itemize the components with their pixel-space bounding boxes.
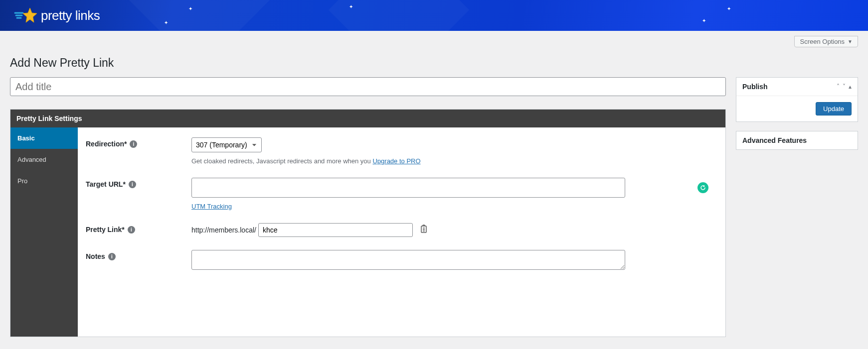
tab-basic[interactable]: Basic [10, 127, 78, 149]
settings-panel: Pretty Link Settings Basic Advanced Pro … [10, 109, 726, 337]
grammarly-icon[interactable] [697, 182, 708, 193]
clipboard-icon[interactable] [420, 225, 428, 235]
slug-input[interactable] [258, 223, 413, 237]
brand-text: pretty links [41, 8, 100, 23]
notes-label: Notes i [86, 250, 191, 260]
info-icon[interactable]: i [128, 226, 135, 233]
pretty-link-label: Pretty Link* i [86, 223, 191, 233]
collapse-icon[interactable]: ▴ [849, 83, 852, 90]
info-icon[interactable]: i [129, 181, 136, 188]
target-url-input[interactable] [191, 178, 625, 198]
settings-tabs: Basic Advanced Pro [10, 127, 78, 337]
utm-tracking-link[interactable]: UTM Tracking [191, 203, 232, 210]
brand-logo: pretty links [14, 7, 100, 24]
advanced-features-box: Advanced Features [736, 131, 858, 150]
advanced-features-title: Advanced Features [742, 136, 807, 144]
move-up-icon[interactable]: ˄ [837, 83, 840, 90]
screen-options-toggle[interactable]: Screen Options ▼ [794, 36, 858, 47]
page-title: Add New Pretty Link [10, 56, 858, 70]
title-input[interactable] [10, 77, 726, 96]
info-icon[interactable]: i [130, 140, 137, 148]
tab-pro[interactable]: Pro [10, 170, 78, 192]
redirection-label: Redirection* i [86, 137, 191, 148]
star-wing-icon [14, 7, 38, 24]
update-button[interactable]: Update [816, 102, 852, 116]
chevron-down-icon: ▼ [848, 39, 853, 44]
move-down-icon[interactable]: ˅ [843, 83, 846, 90]
redirection-helper: Get cloaked redirects, Javascript redire… [191, 157, 717, 165]
target-url-label: Target URL* i [86, 178, 191, 188]
redirection-select[interactable]: 307 (Temporary) [191, 137, 262, 152]
tab-advanced[interactable]: Advanced [10, 149, 78, 170]
publish-title: Publish [742, 83, 768, 91]
settings-panel-header: Pretty Link Settings [10, 110, 725, 127]
base-url-text: http://members.local/ [191, 226, 256, 234]
upgrade-pro-link[interactable]: Upgrade to PRO [372, 157, 420, 165]
notes-textarea[interactable] [191, 250, 625, 270]
info-icon[interactable]: i [108, 253, 116, 260]
publish-box: Publish ˄ ˅ ▴ Update [736, 77, 858, 122]
brand-banner: ✦ ✦ ✦ ✦ ✦ pretty links [0, 0, 868, 31]
